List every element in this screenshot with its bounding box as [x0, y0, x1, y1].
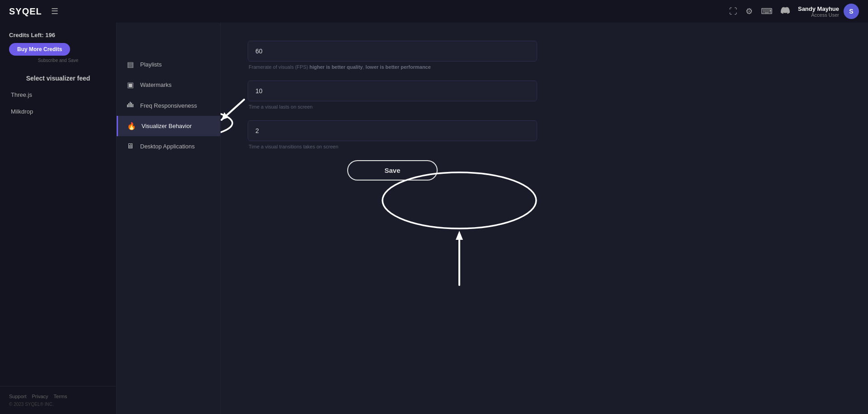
nav-label-visualizer-behavior: Visualizer Behavior — [142, 123, 192, 129]
svg-rect-1 — [128, 103, 129, 107]
feed-item-milkdrop[interactable]: Milkdrop — [5, 104, 112, 119]
avatar: S — [844, 4, 859, 19]
logo: SYQEL — [9, 6, 42, 17]
nav-item-desktop-apps[interactable]: 🖥 Desktop Applications — [117, 136, 220, 156]
fullscreen-icon[interactable]: ⛶ — [729, 7, 737, 16]
topbar-left: SYQEL ☰ — [9, 6, 58, 17]
user-name: Sandy Mayhue — [798, 5, 839, 12]
nav-item-playlists[interactable]: ▤ Playlists — [117, 54, 220, 75]
keyboard-icon[interactable]: ⌨ — [761, 6, 773, 16]
save-button-wrap: Save — [248, 160, 537, 181]
freq-icon — [126, 101, 135, 110]
nav-label-freq: Freq Responsiveness — [140, 102, 197, 109]
nav-item-visualizer-behavior[interactable]: 🔥 Visualizer Behavior — [117, 116, 220, 136]
topbar: SYQEL ☰ ⛶ ⚙ ⌨ Sandy Mayhue Access User S — [0, 0, 868, 23]
svg-rect-0 — [127, 105, 128, 107]
user-role: Access User — [798, 12, 839, 18]
desktop-icon: 🖥 — [126, 142, 135, 150]
nav-label-watermarks: Watermarks — [140, 81, 172, 88]
sidebar: Credits Left: 196 Buy More Credits Subsc… — [0, 23, 117, 414]
subscribe-text: Subscribe and Save — [9, 58, 107, 63]
mid-panel: ▤ Playlists ▣ Watermarks Freq Responsive… — [117, 23, 221, 414]
duration-group: Time a visual lasts on screen — [248, 81, 537, 109]
feed-item-threejs[interactable]: Three.js — [5, 87, 112, 102]
content-area: Framerate of visuals (FPS) higher is bet… — [221, 23, 868, 414]
hamburger-icon[interactable]: ☰ — [51, 6, 58, 16]
svg-point-8 — [382, 172, 536, 228]
terms-link[interactable]: Terms — [54, 394, 67, 399]
transition-hint: Time a visual transitions takes on scree… — [248, 144, 537, 149]
svg-point-5 — [221, 108, 232, 138]
svg-marker-10 — [456, 231, 463, 240]
svg-rect-2 — [130, 102, 131, 107]
topbar-right: ⛶ ⚙ ⌨ Sandy Mayhue Access User S — [729, 4, 859, 19]
settings-icon[interactable]: ⚙ — [745, 6, 753, 16]
svg-marker-7 — [222, 112, 228, 120]
footer-links: Support Privacy Terms — [9, 394, 107, 399]
privacy-link[interactable]: Privacy — [32, 394, 48, 399]
credits-label: Credits Left: 196 — [9, 32, 107, 38]
user-text: Sandy Mayhue Access User — [798, 5, 839, 18]
user-info: Sandy Mayhue Access User S — [798, 4, 859, 19]
discord-icon[interactable] — [781, 6, 790, 17]
buy-credits-button[interactable]: Buy More Credits — [9, 43, 70, 56]
support-link[interactable]: Support — [9, 394, 27, 399]
svg-rect-3 — [131, 103, 132, 107]
transition-input[interactable] — [248, 120, 537, 141]
duration-hint: Time a visual lasts on screen — [248, 104, 537, 109]
playlist-icon: ▤ — [126, 60, 135, 69]
nav-label-playlists: Playlists — [140, 61, 162, 68]
sidebar-credits: Credits Left: 196 Buy More Credits Subsc… — [0, 32, 116, 70]
nav-item-freq[interactable]: Freq Responsiveness — [117, 95, 220, 116]
save-button[interactable]: Save — [347, 160, 437, 181]
fps-group: Framerate of visuals (FPS) higher is bet… — [248, 41, 537, 70]
feed-list: Three.js Milkdrop — [0, 87, 116, 119]
nav-label-desktop-apps: Desktop Applications — [140, 143, 195, 150]
svg-rect-4 — [132, 104, 133, 107]
main-layout: Credits Left: 196 Buy More Credits Subsc… — [0, 23, 868, 414]
fps-hint: Framerate of visuals (FPS) higher is bet… — [248, 64, 537, 70]
fire-icon: 🔥 — [127, 122, 136, 130]
sidebar-footer: Support Privacy Terms © 2023 SYQEL® INC. — [0, 386, 116, 414]
fps-input[interactable] — [248, 41, 537, 62]
nav-item-watermarks[interactable]: ▣ Watermarks — [117, 75, 220, 95]
select-feed-label: Select visualizer feed — [0, 70, 116, 87]
svg-line-6 — [222, 100, 244, 120]
transition-group: Time a visual transitions takes on scree… — [248, 120, 537, 149]
duration-input[interactable] — [248, 81, 537, 101]
copyright: © 2023 SYQEL® INC. — [9, 402, 107, 407]
watermark-icon: ▣ — [126, 81, 135, 89]
